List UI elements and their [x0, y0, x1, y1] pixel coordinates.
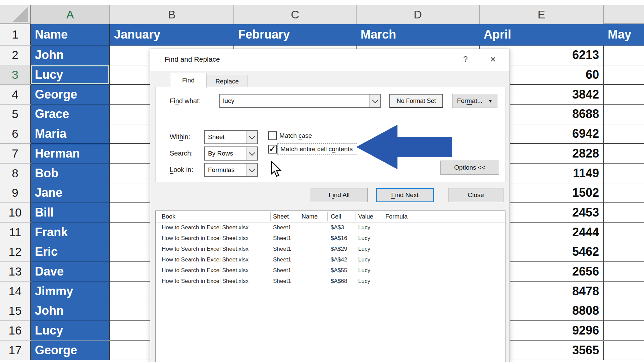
- row-header-13[interactable]: 13: [0, 262, 31, 282]
- cell-F12[interactable]: [604, 242, 644, 262]
- cell-F2[interactable]: [604, 46, 644, 65]
- row-header-15[interactable]: 15: [0, 301, 31, 321]
- look-in-select[interactable]: Formulas: [204, 163, 258, 177]
- format-button[interactable]: Format... ▼: [452, 94, 497, 108]
- results-column-header-cell[interactable]: Cell: [331, 211, 341, 222]
- format-button-label: Format...: [457, 97, 483, 105]
- cell-F4[interactable]: [604, 85, 644, 105]
- results-row[interactable]: How to Search in Excel Sheet.xlsxSheet1$…: [156, 244, 505, 254]
- cell-A2[interactable]: John: [31, 46, 110, 65]
- cell-A11[interactable]: Frank: [31, 223, 110, 242]
- results-row[interactable]: How to Search in Excel Sheet.xlsxSheet1$…: [156, 265, 505, 276]
- results-cell-book: How to Search in Excel Sheet.xlsx: [162, 233, 249, 244]
- row-header-2[interactable]: 2: [0, 46, 31, 65]
- find-what-dropdown-icon[interactable]: [369, 95, 380, 107]
- row-header-6[interactable]: 6: [0, 124, 31, 144]
- cell-F8[interactable]: [604, 164, 644, 183]
- cell-A8[interactable]: Bob: [31, 164, 110, 183]
- close-button-label: Close: [468, 191, 484, 199]
- cell-F9[interactable]: [604, 183, 644, 203]
- cell-E1[interactable]: April: [480, 24, 604, 46]
- column-header-B[interactable]: B: [110, 5, 234, 24]
- find-what-input[interactable]: lucy: [219, 94, 381, 108]
- within-dropdown-icon[interactable]: [246, 131, 257, 143]
- cell-A12[interactable]: Eric: [31, 242, 110, 262]
- search-select[interactable]: By Rows: [204, 146, 258, 161]
- cell-A10[interactable]: Bill: [31, 203, 110, 223]
- cell-F1[interactable]: May: [604, 24, 644, 46]
- cell-F5[interactable]: [604, 105, 644, 124]
- cell-A3[interactable]: Lucy: [31, 65, 110, 85]
- row-header-1[interactable]: 1: [0, 24, 31, 46]
- results-column-header-formula[interactable]: Formula: [385, 211, 408, 222]
- results-column-header-sheet[interactable]: Sheet: [273, 211, 289, 222]
- cell-A1[interactable]: Name: [31, 24, 110, 46]
- match-case-checkbox[interactable]: [268, 131, 277, 140]
- match-entire-label-box[interactable]: Match entire cell contents: [277, 143, 357, 155]
- cell-F10[interactable]: [604, 203, 644, 223]
- row-header-9[interactable]: 9: [0, 183, 31, 203]
- cell-F14[interactable]: [604, 282, 644, 301]
- row-header-5[interactable]: 5: [0, 105, 31, 124]
- close-icon[interactable]: ×: [490, 54, 496, 65]
- cell-F13[interactable]: [604, 262, 644, 282]
- column-header-A[interactable]: A: [31, 5, 110, 24]
- row-header-3[interactable]: 3: [0, 65, 31, 85]
- dialog-titlebar[interactable]: Find and Replace ? ×: [150, 49, 509, 71]
- help-icon[interactable]: ?: [463, 55, 468, 64]
- row-header-8[interactable]: 8: [0, 164, 31, 183]
- cell-F7[interactable]: [604, 144, 644, 164]
- cell-A15[interactable]: John: [31, 301, 110, 321]
- cell-F6[interactable]: [604, 124, 644, 144]
- find-next-button[interactable]: Find Next: [376, 188, 434, 202]
- results-row[interactable]: How to Search in Excel Sheet.xlsxSheet1$…: [156, 233, 505, 244]
- row-header-7[interactable]: 7: [0, 144, 31, 164]
- cell-D1[interactable]: March: [357, 24, 480, 46]
- options-button[interactable]: Options <<: [440, 161, 499, 175]
- column-header-D[interactable]: D: [357, 5, 480, 24]
- cell-A5[interactable]: Grace: [31, 105, 110, 124]
- cell-F11[interactable]: [604, 223, 644, 242]
- match-entire-checkbox[interactable]: ✓: [268, 145, 277, 154]
- row-header-14[interactable]: 14: [0, 282, 31, 301]
- cell-A14[interactable]: Jimmy: [31, 282, 110, 301]
- row-header-4[interactable]: 4: [0, 85, 31, 105]
- cell-A9[interactable]: Jane: [31, 183, 110, 203]
- row-header-10[interactable]: 10: [0, 203, 31, 223]
- results-cell-value: Lucy: [358, 244, 370, 254]
- results-row[interactable]: How to Search in Excel Sheet.xlsxSheet1$…: [156, 222, 505, 233]
- column-header-E[interactable]: E: [480, 5, 604, 24]
- cell-A16[interactable]: Lucy: [31, 321, 110, 341]
- cell-C1[interactable]: February: [234, 24, 357, 46]
- results-cell-book: How to Search in Excel Sheet.xlsx: [162, 222, 249, 233]
- find-all-button[interactable]: Find All: [311, 188, 368, 202]
- cell-A4[interactable]: George: [31, 85, 110, 105]
- row-header-17[interactable]: 17: [0, 341, 31, 361]
- cell-F16[interactable]: [604, 321, 644, 341]
- mouse-cursor-icon: [270, 161, 282, 177]
- row-header-16[interactable]: 16: [0, 321, 31, 341]
- tab-find[interactable]: Find: [170, 73, 207, 88]
- close-button[interactable]: Close: [448, 188, 503, 202]
- select-all-corner[interactable]: [0, 5, 31, 24]
- results-row[interactable]: How to Search in Excel Sheet.xlsxSheet1$…: [156, 276, 505, 287]
- row-header-12[interactable]: 12: [0, 242, 31, 262]
- row-header-11[interactable]: 11: [0, 223, 31, 242]
- cell-A13[interactable]: Dave: [31, 262, 110, 282]
- column-header-C[interactable]: C: [234, 5, 357, 24]
- cell-A17[interactable]: George: [31, 341, 110, 361]
- cell-F3[interactable]: [604, 65, 644, 85]
- results-column-header-value[interactable]: Value: [358, 211, 373, 222]
- cell-A7[interactable]: Herman: [31, 144, 110, 164]
- results-row[interactable]: How to Search in Excel Sheet.xlsxSheet1$…: [156, 254, 505, 265]
- cell-B1[interactable]: January: [110, 24, 234, 46]
- cell-F17[interactable]: [604, 341, 644, 361]
- cell-F15[interactable]: [604, 301, 644, 321]
- results-column-header-book[interactable]: Book: [162, 211, 175, 222]
- cell-A6[interactable]: Maria: [31, 124, 110, 144]
- look-in-dropdown-icon[interactable]: [246, 164, 257, 176]
- search-dropdown-icon[interactable]: [246, 147, 257, 160]
- within-select[interactable]: Sheet: [204, 130, 258, 144]
- results-column-header-name[interactable]: Name: [302, 211, 318, 222]
- tab-replace[interactable]: Replace: [207, 75, 248, 88]
